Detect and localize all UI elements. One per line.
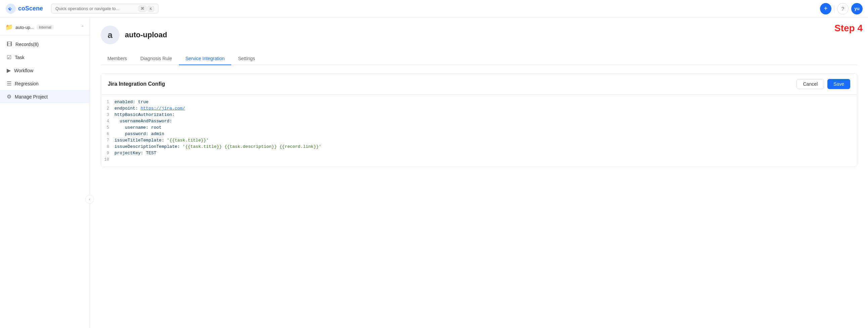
line-num-9: 9 [101,151,115,156]
config-actions: Cancel Save [797,79,850,89]
line-num-10: 10 [101,157,115,162]
project-header: a auto-upload [101,26,857,44]
line-content-5: username: root [115,125,857,130]
search-bar[interactable]: ⌘ K [51,4,158,13]
tabs: Members Diagnosis Rule Service Integrati… [101,52,857,65]
line-content-10 [115,157,857,162]
line-content-7: issueTitleTemplate: '{{task.title}}' [115,138,857,143]
step-badge: Step 4 [834,23,863,34]
code-line-1: 1 enabled: true [101,99,857,105]
tab-settings[interactable]: Settings [231,52,262,65]
save-button[interactable]: Save [827,79,850,89]
search-input[interactable] [55,6,136,11]
line-num-4: 4 [101,119,115,124]
code-line-9: 9 projectKey: TEST [101,150,857,156]
sidebar-item-manage-project[interactable]: ⚙ Manage Project [0,90,90,103]
sidebar-item-workflow[interactable]: ▶ Workflow [0,64,90,77]
project-name: auto-upload [125,31,167,39]
records-icon: 🎞 [7,41,12,47]
line-content-1: enabled: true [115,100,857,105]
folder-icon: 📁 [5,24,13,31]
sidebar-item-workflow-label: Workflow [14,68,33,73]
code-editor[interactable]: 1 enabled: true 2 endpoint: https://jira… [101,95,857,167]
code-line-5: 5 username: root [101,124,857,131]
config-card-header: Jira Integration Config Cancel Save [101,74,857,95]
code-line-4: 4 usernameAndPassword: [101,118,857,124]
sidebar-item-manage-project-label: Manage Project [15,94,48,100]
line-content-3: httpBasicAuthorization: [115,112,857,117]
cancel-button[interactable]: Cancel [797,79,824,89]
sidebar-item-regression[interactable]: ☰ Regression [0,77,90,90]
regression-icon: ☰ [7,80,11,87]
topnav: coScene ⌘ K + ? yu [0,0,868,18]
sidebar-item-regression-label: Regression [15,81,39,86]
sidebar-item-records[interactable]: 🎞 Records(8) [0,38,90,51]
expand-icon[interactable]: ⌃ [81,25,84,30]
logo-icon [5,3,16,14]
manage-project-icon: ⚙ [7,93,11,100]
line-content-8: issueDescriptionTemplate: '{{task.title}… [115,144,857,149]
line-num-2: 2 [101,106,115,111]
line-num-1: 1 [101,100,115,105]
line-num-3: 3 [101,113,115,117]
workflow-icon: ▶ [7,67,11,74]
line-num-8: 8 [101,144,115,149]
logo-text: coScene [18,5,43,12]
main-content: Step 4 a auto-upload Members Diagnosis R… [90,18,868,328]
add-button[interactable]: + [820,3,831,15]
code-line-7: 7 issueTitleTemplate: '{{task.title}}' [101,137,857,143]
code-line-2: 2 endpoint: https://jira.com/ [101,105,857,112]
line-num-5: 5 [101,125,115,130]
collapse-icon: ‹ [89,197,90,202]
kbd-hint: ⌘ K [138,6,154,11]
line-content-4: usernameAndPassword: [115,119,857,124]
line-content-9: projectKey: TEST [115,151,857,156]
code-line-6: 6 password: admin [101,131,857,137]
nav-divider [834,5,834,13]
endpoint-link[interactable]: https://jira.com/ [141,106,185,111]
sidebar-item-task[interactable]: ☑ Task [0,51,90,64]
avatar-button[interactable]: yu [851,3,863,15]
tab-members[interactable]: Members [101,52,133,65]
code-line-3: 3 httpBasicAuthorization: [101,112,857,118]
layout: 📁 auto-up... Internal ⌃ 🎞 Records(8) ☑ T… [0,18,868,328]
help-button[interactable]: ? [837,3,848,15]
sidebar-header: 📁 auto-up... Internal ⌃ [0,22,90,35]
logo[interactable]: coScene [5,3,43,14]
config-title: Jira Integration Config [108,81,165,87]
task-icon: ☑ [7,54,11,60]
line-num-7: 7 [101,138,115,143]
sidebar-project-name: auto-up... [16,25,34,30]
line-content-6: password: admin [115,131,857,136]
code-line-10: 10 [101,156,857,163]
sidebar-item-records-label: Records(8) [16,42,39,47]
project-avatar: a [101,26,120,44]
project-badge: Internal [37,25,54,30]
tab-diagnosis-rule[interactable]: Diagnosis Rule [133,52,179,65]
line-content-2: endpoint: https://jira.com/ [115,106,857,111]
tab-service-integration[interactable]: Service Integration [179,52,231,65]
kbd-cmd: ⌘ [138,6,146,11]
code-line-8: 8 issueDescriptionTemplate: '{{task.titl… [101,143,857,150]
line-num-6: 6 [101,132,115,136]
kbd-k: K [148,6,154,11]
config-card: Jira Integration Config Cancel Save 1 en… [101,73,857,167]
sidebar-item-task-label: Task [15,55,25,60]
topnav-right: + ? yu [820,3,863,15]
sidebar: 📁 auto-up... Internal ⌃ 🎞 Records(8) ☑ T… [0,18,90,328]
